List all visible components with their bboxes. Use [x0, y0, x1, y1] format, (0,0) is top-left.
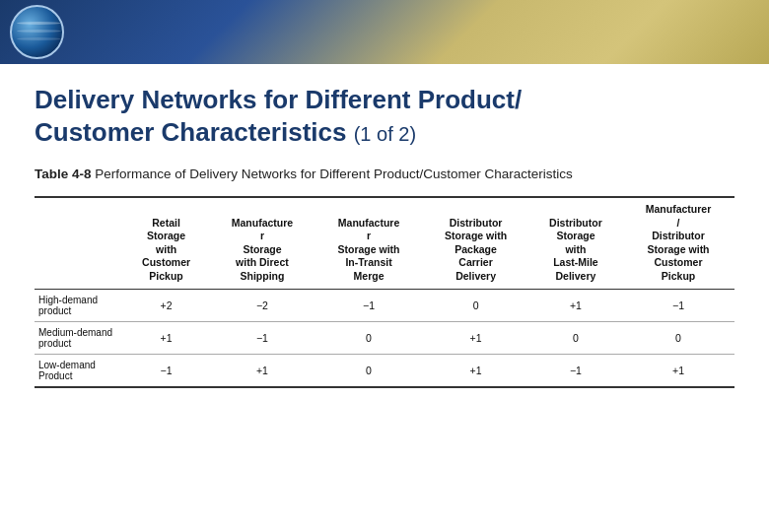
row-cell: +1 — [529, 289, 622, 321]
row-label: Medium-demand product — [35, 321, 123, 354]
col-header-manufacture-direct: ManufacturerStoragewith DirectShipping — [209, 197, 315, 289]
row-cell: 0 — [622, 321, 734, 354]
table-row: High-demand product+2−2−10+1−1 — [35, 289, 734, 321]
performance-table: RetailStoragewithCustomerPickup Manufact… — [35, 196, 734, 388]
table-row: Medium-demand product+1−10+100 — [35, 321, 734, 354]
table-caption-text: Performance of Delivery Networks for Dif… — [92, 166, 573, 181]
col-header-empty — [35, 197, 123, 289]
title-line2: Customer Characteristics — [35, 117, 346, 147]
col-header-distributor-lastmile: DistributorStoragewithLast-MileDelivery — [529, 197, 622, 289]
table-row: Low-demand Product−1+10+1−1+1 — [35, 354, 734, 387]
row-cell: +1 — [209, 354, 315, 387]
row-cell: +2 — [123, 289, 209, 321]
row-cell: −1 — [315, 289, 423, 321]
row-cell: 0 — [315, 354, 423, 387]
row-cell: −2 — [209, 289, 315, 321]
row-cell: −1 — [209, 321, 315, 354]
page-title: Delivery Networks for Different Product/… — [35, 84, 734, 148]
row-cell: −1 — [123, 354, 209, 387]
row-cell: 0 — [315, 321, 423, 354]
table-body: High-demand product+2−2−10+1−1Medium-dem… — [35, 289, 734, 387]
header-bar — [0, 0, 769, 64]
row-cell: +1 — [622, 354, 734, 387]
col-header-retail: RetailStoragewithCustomerPickup — [123, 197, 209, 289]
globe-icon — [10, 5, 64, 59]
main-content: Delivery Networks for Different Product/… — [0, 64, 769, 403]
col-header-distributor-package: DistributorStorage withPackageCarrierDel… — [422, 197, 529, 289]
row-cell: +1 — [422, 321, 529, 354]
title-line1: Delivery Networks for Different Product/ — [35, 85, 522, 114]
row-cell: 0 — [422, 289, 529, 321]
row-cell: −1 — [529, 354, 622, 387]
row-cell: +1 — [123, 321, 209, 354]
row-label: High-demand product — [35, 289, 123, 321]
table-header-row: RetailStoragewithCustomerPickup Manufact… — [35, 197, 734, 289]
row-label: Low-demand Product — [35, 354, 123, 387]
table-caption-bold: Table 4-8 — [35, 166, 92, 181]
row-cell: −1 — [622, 289, 734, 321]
col-header-manufacture-intransit: ManufacturerStorage withIn-TransitMerge — [315, 197, 423, 289]
table-caption: Table 4-8 Performance of Delivery Networ… — [35, 166, 734, 184]
row-cell: +1 — [422, 354, 529, 387]
row-cell: 0 — [529, 321, 622, 354]
col-header-manufacturer-distributor: Manufacturer/DistributorStorage withCust… — [622, 197, 734, 289]
title-subtitle: (1 of 2) — [354, 123, 416, 145]
